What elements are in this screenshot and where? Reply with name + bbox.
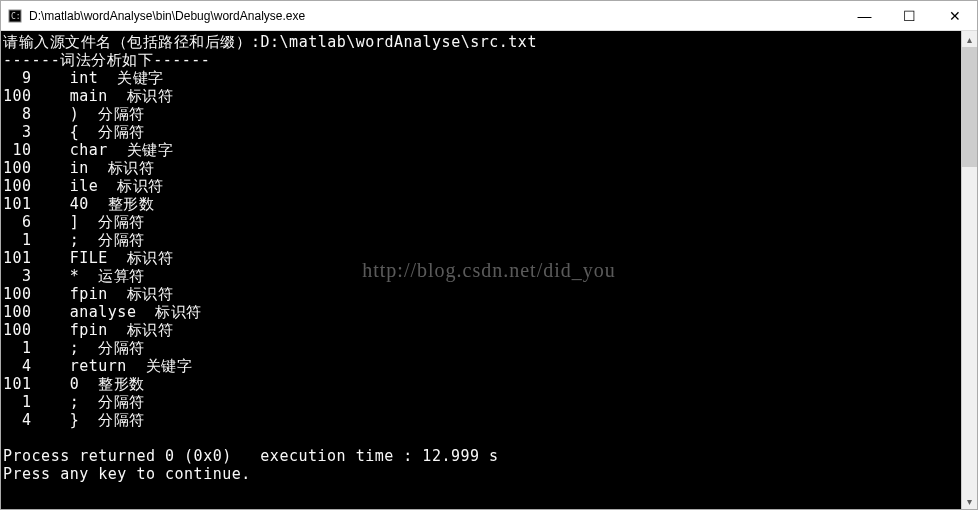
vertical-scrollbar[interactable]: ▴ ▾ bbox=[961, 31, 977, 509]
scroll-up-arrow[interactable]: ▴ bbox=[962, 31, 977, 47]
app-icon: C: bbox=[7, 8, 23, 24]
console-container: 请输入源文件名（包括路径和后缀）:D:\matlab\wordAnalyse\s… bbox=[1, 31, 977, 509]
svg-text:C:: C: bbox=[11, 12, 21, 21]
console-output[interactable]: 请输入源文件名（包括路径和后缀）:D:\matlab\wordAnalyse\s… bbox=[1, 31, 961, 509]
scroll-down-arrow[interactable]: ▾ bbox=[962, 493, 977, 509]
window-title: D:\matlab\wordAnalyse\bin\Debug\wordAnal… bbox=[29, 9, 842, 23]
window-titlebar: C: D:\matlab\wordAnalyse\bin\Debug\wordA… bbox=[1, 1, 977, 31]
close-button[interactable]: ✕ bbox=[932, 1, 977, 30]
scroll-thumb[interactable] bbox=[962, 47, 977, 167]
minimize-button[interactable]: — bbox=[842, 1, 887, 30]
window-controls: — ☐ ✕ bbox=[842, 1, 977, 30]
maximize-button[interactable]: ☐ bbox=[887, 1, 932, 30]
